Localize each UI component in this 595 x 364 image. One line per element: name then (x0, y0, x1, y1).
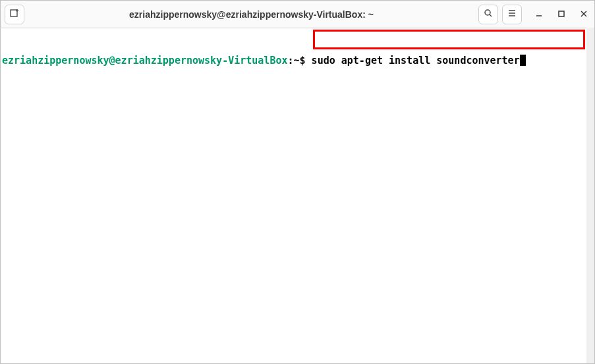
close-icon (580, 8, 588, 20)
minimize-icon (535, 8, 543, 20)
command-input: sudo apt-get install soundconverter (312, 55, 520, 66)
vertical-scrollbar[interactable] (586, 28, 594, 363)
window-controls (532, 8, 590, 21)
cursor (520, 55, 526, 66)
titlebar: ezriahzippernowsky@ezriahzippernowsky-Vi… (1, 1, 594, 28)
svg-line-4 (490, 14, 492, 16)
terminal-content[interactable]: ezriahzippernowsky@ezriahzippernowsky-Vi… (1, 28, 594, 363)
prompt-symbol: $ (300, 55, 312, 66)
prompt-user-host: ezriahzippernowsky@ezriahzippernowsky-Vi… (2, 55, 287, 66)
prompt-path: ~ (294, 55, 300, 66)
prompt-line: ezriahzippernowsky@ezriahzippernowsky-Vi… (1, 55, 594, 66)
new-tab-button[interactable] (5, 5, 24, 24)
search-icon (484, 8, 493, 20)
minimize-button[interactable] (532, 8, 546, 21)
maximize-button[interactable] (555, 8, 568, 21)
menu-button[interactable] (502, 5, 522, 24)
maximize-icon (557, 8, 565, 20)
menu-icon (507, 8, 517, 20)
svg-rect-9 (559, 11, 564, 16)
close-button[interactable] (577, 8, 590, 21)
window-title: ezriahzippernowsky@ezriahzippernowsky-Vi… (28, 9, 474, 20)
new-tab-icon (9, 8, 20, 21)
prompt-colon: : (287, 55, 293, 66)
search-button[interactable] (478, 5, 498, 24)
terminal-window: ezriahzippernowsky@ezriahzippernowsky-Vi… (0, 0, 595, 364)
svg-point-3 (485, 10, 490, 15)
